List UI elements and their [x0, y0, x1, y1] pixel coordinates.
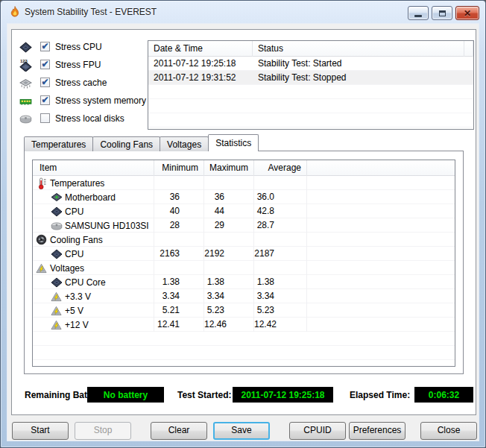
voltage-icon	[50, 319, 63, 331]
fpu-icon	[19, 59, 32, 72]
test-started-value: 2011-07-12 19:25:18	[233, 387, 333, 403]
stress-disks-row: ✔ Stress local disks	[12, 112, 146, 127]
cpu-icon	[50, 277, 63, 288]
stats-group-temperatures[interactable]: Temperatures	[33, 176, 455, 190]
stats-item-label: CPU	[65, 206, 83, 217]
event-log-row[interactable]: 2011-07-12 19:25:18 Stability Test: Star…	[148, 57, 473, 71]
stress-cache-checkbox[interactable]: ✔	[40, 78, 50, 87]
stats-item-label: CPU	[65, 249, 83, 259]
cpuid-button[interactable]: CPUID	[289, 422, 346, 440]
stress-disks-label: Stress local disks	[55, 113, 124, 124]
disk-icon	[19, 113, 32, 125]
tab-voltages[interactable]: Voltages	[160, 136, 209, 151]
stress-cache-label: Stress cache	[55, 78, 107, 88]
column-header-status[interactable]: Status	[253, 41, 464, 57]
stats-item-label: Cooling Fans	[50, 235, 103, 245]
column-header-average[interactable]: Average	[254, 160, 307, 176]
column-header-maximum[interactable]: Maximum	[204, 160, 254, 176]
close-icon: ✕	[464, 9, 471, 18]
stress-fpu-label: Stress FPU	[55, 60, 101, 70]
memory-icon	[19, 95, 32, 107]
elapsed-time-value: 0:06:32	[414, 387, 473, 403]
tab-statistics[interactable]: Statistics	[208, 134, 259, 151]
minimize-icon	[414, 15, 422, 17]
close-window-button[interactable]: ✕	[455, 6, 479, 20]
column-header-item[interactable]: Item	[33, 160, 154, 176]
stress-memory-checkbox[interactable]: ✔	[40, 95, 50, 105]
voltage-icon	[50, 291, 63, 303]
column-header-filler	[464, 41, 473, 57]
stats-item-label: +5 V	[65, 306, 83, 316]
stats-row-3v3[interactable]: +3.3 V 3.34 3.34 3.34	[33, 289, 455, 303]
stats-row-12v[interactable]: +12 V 12.41 12.46 12.42	[33, 318, 455, 332]
cpu-icon	[50, 206, 63, 218]
cache-icon	[19, 77, 32, 89]
stress-cache-row: ✔ Stress cache	[12, 76, 146, 91]
tab-cooling-fans[interactable]: Cooling Fans	[92, 136, 160, 151]
stop-button[interactable]: Stop	[75, 422, 131, 440]
stats-row-cpu-core[interactable]: CPU Core 1.38 1.38 1.38	[33, 275, 455, 289]
stats-item-label: SAMSUNG HD103SI	[65, 221, 149, 231]
tab-temperatures[interactable]: Temperatures	[24, 136, 93, 151]
stats-item-label: +12 V	[65, 320, 89, 330]
statistics-table: Item Minimum Maximum Average Temperature…	[32, 160, 455, 367]
stats-row-hdd-temp[interactable]: SAMSUNG HD103SI 28 29 28.7	[33, 218, 455, 233]
stress-cpu-checkbox[interactable]: ✔	[40, 42, 50, 51]
event-datetime: 2011-07-12 19:25:18	[148, 57, 253, 70]
disk-icon	[50, 220, 63, 232]
event-datetime: 2011-07-12 19:31:52	[148, 71, 253, 84]
stats-item-label: Voltages	[50, 263, 84, 274]
statistics-tab-panel: Item Minimum Maximum Average Temperature…	[24, 151, 464, 374]
stats-item-label: CPU Core	[65, 277, 106, 288]
column-header-filler	[307, 160, 455, 176]
start-button[interactable]: Start	[12, 422, 69, 440]
save-button[interactable]: Save	[213, 422, 270, 440]
elapsed-time-label: Elapsed Time:	[350, 390, 410, 400]
stats-empty-row	[33, 346, 455, 360]
title-bar[interactable]: System Stability Test - EVEREST ✕	[1, 1, 485, 23]
event-log-list: Date & Time Status 2011-07-12 19:25:18 S…	[148, 40, 474, 130]
stats-group-voltages[interactable]: Voltages	[33, 261, 455, 275]
cpu-icon	[19, 41, 32, 54]
stress-memory-label: Stress system memory	[55, 95, 146, 106]
event-status: Stability Test: Stopped	[253, 71, 464, 84]
stats-group-cooling-fans[interactable]: Cooling Fans	[33, 233, 455, 247]
stats-row-motherboard[interactable]: Motherboard 36 36 36.0	[33, 190, 455, 204]
stats-item-label: +3.3 V	[65, 291, 91, 302]
stats-row-cpu-temp[interactable]: CPU 40 44 42.8	[33, 204, 455, 218]
stress-cpu-row: ✔ Stress CPU	[12, 40, 146, 55]
maximize-button[interactable]	[432, 6, 452, 20]
tab-bar: Temperatures Cooling Fans Voltages Stati…	[24, 134, 258, 151]
column-header-minimum[interactable]: Minimum	[154, 160, 204, 176]
remaining-battery-value: No battery	[87, 387, 164, 403]
motherboard-icon	[50, 192, 63, 204]
stats-item-label: Motherboard	[65, 192, 116, 203]
stress-cpu-label: Stress CPU	[55, 42, 102, 52]
thermometer-icon	[35, 177, 48, 189]
stress-disks-checkbox[interactable]: ✔	[40, 113, 50, 123]
fan-icon	[35, 234, 48, 246]
statistics-table-header: Item Minimum Maximum Average	[33, 160, 455, 176]
everest-flame-icon	[9, 6, 21, 18]
minimize-button[interactable]	[408, 6, 429, 20]
stats-row-5v[interactable]: +5 V 5.21 5.23 5.23	[33, 303, 455, 318]
event-log-empty-row	[148, 99, 473, 113]
voltage-icon	[35, 262, 48, 274]
event-log-row[interactable]: 2011-07-12 19:31:52 Stability Test: Stop…	[148, 71, 473, 85]
close-button[interactable]: Close	[420, 422, 477, 440]
event-status: Stability Test: Started	[253, 57, 464, 70]
stats-item-label: Temperatures	[50, 178, 104, 189]
system-stability-test-window: System Stability Test - EVEREST ✕ ✔ Stre…	[0, 0, 486, 448]
stats-empty-row	[33, 332, 455, 346]
column-header-datetime[interactable]: Date & Time	[148, 41, 253, 57]
stats-row-cpu-fan[interactable]: CPU 2163 2192 2187	[33, 247, 455, 261]
event-log-header: Date & Time Status	[148, 41, 473, 57]
stress-fpu-row: ✔ Stress FPU	[12, 58, 146, 73]
cpu-icon	[50, 248, 63, 260]
clear-button[interactable]: Clear	[151, 422, 207, 440]
test-started-label: Test Started:	[177, 390, 231, 400]
event-log-empty-row	[148, 85, 473, 99]
preferences-button[interactable]: Preferences	[349, 422, 405, 440]
maximize-icon	[439, 10, 446, 16]
stress-fpu-checkbox[interactable]: ✔	[40, 60, 50, 69]
